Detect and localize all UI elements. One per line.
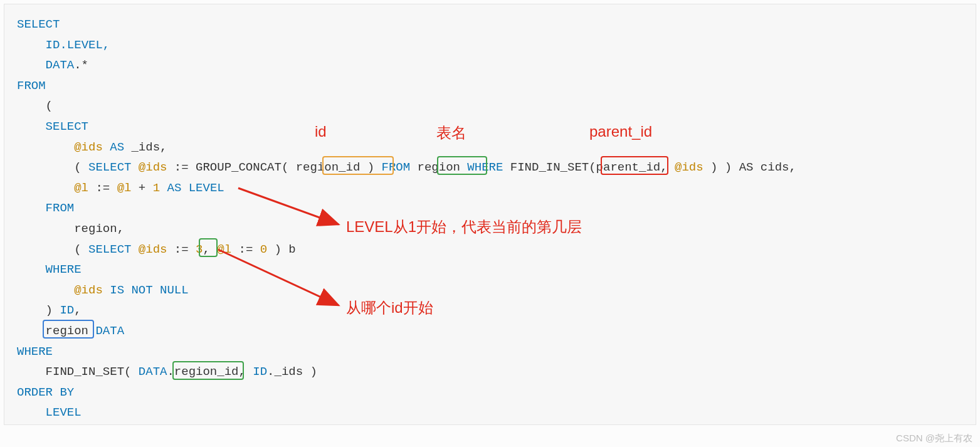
- find-in-set-2: FIND_IN_SET(: [46, 365, 139, 379]
- paren-2: (: [74, 243, 81, 256]
- annotation-parentid: parent_id: [589, 123, 652, 140]
- is-not-null: IS NOT NULL: [103, 283, 189, 297]
- annotation-id: id: [315, 123, 327, 140]
- highlight-parent-id: [601, 156, 668, 175]
- tail-cids: ) ) AS cids,: [703, 160, 796, 174]
- var-ids-4: @ids: [139, 243, 167, 256]
- keyword-select-3: SELECT: [82, 160, 139, 174]
- assign: :=: [88, 181, 117, 195]
- group-concat: := GROUP_CONCAT(: [167, 160, 295, 174]
- annotation-level: LEVEL从1开始，代表当前的第几层: [346, 217, 582, 237]
- alias-id: ID: [60, 303, 74, 317]
- keyword-where-3: WHERE: [17, 345, 53, 359]
- identifier-id: ID: [46, 38, 60, 52]
- assign-3: :=: [231, 243, 260, 256]
- var-ids: @ids: [74, 140, 103, 154]
- var-l-3: @l: [217, 243, 231, 256]
- keyword-orderby: ORDER BY: [17, 386, 74, 399]
- highlight-region-id-2: [172, 361, 244, 380]
- level-text: .LEVEL,: [60, 38, 110, 52]
- keyword-select-4: SELECT: [82, 243, 139, 256]
- comma-5: ,: [74, 303, 81, 317]
- paren: (: [74, 160, 81, 174]
- keyword-select-2: SELECT: [46, 120, 88, 134]
- highlight-region-table: [437, 156, 487, 175]
- dot-star: .*: [74, 58, 88, 72]
- comma: ,: [160, 140, 167, 154]
- var-ids-5: @ids: [74, 283, 103, 297]
- var-ids-2: @ids: [139, 160, 167, 174]
- var-ids-3: @ids: [675, 160, 703, 174]
- plus: +: [131, 181, 152, 195]
- highlight-region-data: [43, 320, 94, 339]
- keyword-from: FROM: [17, 79, 46, 93]
- alias-b: ) b: [267, 243, 296, 256]
- highlight-region-id: [322, 156, 394, 175]
- data-ref: DATA: [139, 365, 167, 379]
- highlight-literal-3: [199, 238, 218, 257]
- find-in-set: FIND_IN_SET(: [503, 160, 596, 174]
- close-paren-2: ): [46, 303, 60, 317]
- identifier-data: DATA: [46, 58, 75, 72]
- keyword-as: AS: [103, 140, 132, 154]
- literal-0: 0: [260, 243, 267, 256]
- assign-2: :=: [167, 243, 188, 256]
- var-l: @l: [74, 181, 88, 195]
- ids-tail: ._ids ): [267, 365, 317, 379]
- level-col: LEVEL: [46, 406, 82, 419]
- watermark: CSDN @尧上有农: [896, 433, 972, 444]
- literal-1: 1: [153, 181, 160, 195]
- table-region-2: region: [74, 222, 117, 236]
- var-l-2: @l: [117, 181, 132, 195]
- annotation-start: 从哪个id开始: [346, 298, 433, 318]
- comma-3: ,: [117, 222, 124, 236]
- as-level: AS LEVEL: [160, 181, 224, 195]
- sql-code-block: SELECT ID.LEVEL, DATA.* FROM ( SELECT @i…: [4, 4, 976, 425]
- keyword-from-3: FROM: [46, 201, 75, 215]
- paren-open: (: [46, 99, 53, 113]
- annotation-tablename: 表名: [436, 123, 466, 143]
- keyword-select: SELECT: [17, 18, 60, 31]
- alias-ids: _ids: [131, 140, 160, 154]
- id-ref: ID: [253, 365, 267, 379]
- keyword-where-2: WHERE: [46, 263, 82, 276]
